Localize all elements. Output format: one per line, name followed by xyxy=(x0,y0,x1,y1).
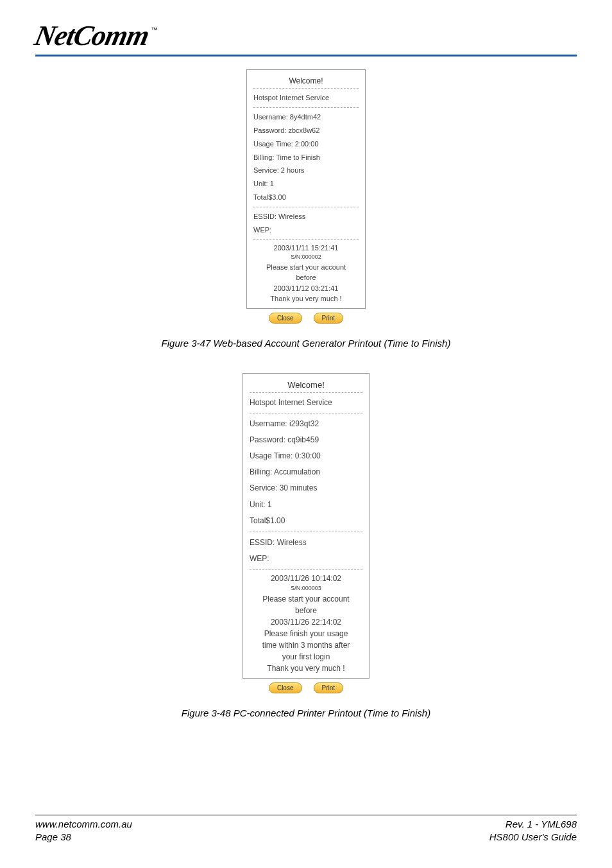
print-button[interactable]: Print xyxy=(314,682,344,693)
footer-guide: HS800 User's Guide xyxy=(489,831,577,844)
close-button[interactable]: Close xyxy=(269,682,302,693)
figure-caption-2: Figure 3-48 PC-connected Printer Printou… xyxy=(35,707,577,718)
divider xyxy=(250,413,362,413)
row-billing: Billing: Time to Finish xyxy=(253,151,359,164)
page-footer: www.netcomm.com.au Rev. 1 - YML698 Page … xyxy=(35,815,577,844)
receipt-footer: 2003/11/26 10:14:02 S/N:000003 Please st… xyxy=(250,573,362,674)
close-button[interactable]: Close xyxy=(269,313,302,324)
row-service: Service: 30 minutes xyxy=(250,480,362,496)
footer-deadline: 2003/11/12 03:21:41 xyxy=(253,283,359,294)
trademark: ™ xyxy=(151,26,158,33)
footer-start2: before xyxy=(250,605,362,616)
row-essid: ESSID: Wireless xyxy=(253,210,359,223)
footer-url: www.netcomm.com.au xyxy=(35,818,132,831)
row-password: Password: cq9ib459 xyxy=(250,432,362,448)
row-username: Username: i293qt32 xyxy=(250,416,362,432)
footer-sn: S/N:000003 xyxy=(250,584,362,593)
row-usage: Usage Time: 0:30:00 xyxy=(250,448,362,464)
footer-page: Page 38 xyxy=(35,831,71,844)
footer-deadline: 2003/11/26 22:14:02 xyxy=(250,616,362,628)
row-billing: Billing: Accumulation xyxy=(250,464,362,480)
divider xyxy=(250,532,362,532)
welcome-text: Welcome! xyxy=(250,380,362,390)
divider xyxy=(253,88,359,89)
row-username: Username: 8y4dtm42 xyxy=(253,110,359,124)
page-header: NetComm ™ xyxy=(35,19,577,56)
row-essid: ESSID: Wireless xyxy=(250,535,362,551)
print-button[interactable]: Print xyxy=(314,313,344,324)
row-unit: Unit: 1 xyxy=(253,177,359,191)
button-row: Close Print xyxy=(242,682,370,693)
receipt-1-container: Welcome! Hotspot Internet Service Userna… xyxy=(35,69,577,324)
footer-finish1: Please finish your usage xyxy=(250,628,362,639)
page-body: Welcome! Hotspot Internet Service Userna… xyxy=(35,69,577,718)
row-password: Password: zbcx8w62 xyxy=(253,124,359,137)
receipt-2: Welcome! Hotspot Internet Service Userna… xyxy=(242,373,370,693)
footer-rev: Rev. 1 - YML698 xyxy=(506,818,577,831)
row-wep: WEP: xyxy=(250,551,362,567)
receipt-2-container: Welcome! Hotspot Internet Service Userna… xyxy=(35,373,577,693)
footer-finish3: your first login xyxy=(250,651,362,663)
footer-datetime: 2003/11/26 10:14:02 xyxy=(250,573,362,584)
divider xyxy=(250,569,362,570)
row-wep: WEP: xyxy=(253,223,359,237)
footer-start1: Please start your account xyxy=(253,262,359,273)
row-usage: Usage Time: 2:00:00 xyxy=(253,137,359,151)
receipt-1: Welcome! Hotspot Internet Service Userna… xyxy=(246,69,366,324)
footer-rule xyxy=(35,815,577,815)
divider xyxy=(253,207,359,207)
service-title: Hotspot Internet Service xyxy=(250,395,362,410)
row-total: Total$1.00 xyxy=(250,513,362,529)
footer-start2: before xyxy=(253,272,359,283)
button-row: Close Print xyxy=(246,313,366,324)
footer-sn: S/N:000002 xyxy=(253,253,359,262)
divider xyxy=(253,239,359,240)
footer-thanks: Thank you very much ! xyxy=(253,293,359,304)
row-unit: Unit: 1 xyxy=(250,497,362,513)
divider xyxy=(253,107,359,108)
footer-start1: Please start your account xyxy=(250,593,362,605)
receipt-footer: 2003/11/11 15:21:41 S/N:000002 Please st… xyxy=(253,243,359,304)
footer-finish2: time within 3 months after xyxy=(250,639,362,651)
footer-datetime: 2003/11/11 15:21:41 xyxy=(253,243,359,254)
welcome-text: Welcome! xyxy=(253,76,359,85)
row-service: Service: 2 hours xyxy=(253,164,359,177)
brand-logo: NetComm xyxy=(32,19,152,52)
figure-caption-1: Figure 3-47 Web-based Account Generator … xyxy=(35,338,577,349)
row-total: Total$3.00 xyxy=(253,191,359,204)
divider xyxy=(250,392,362,393)
service-title: Hotspot Internet Service xyxy=(253,91,359,105)
footer-thanks: Thank you very much ! xyxy=(250,663,362,674)
